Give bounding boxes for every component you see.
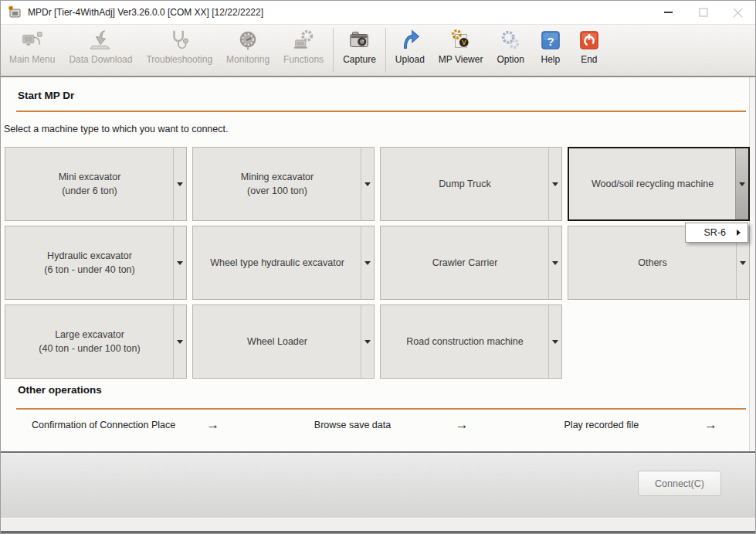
svg-text:?: ?: [547, 35, 554, 48]
machine-button-label: Mini excavator: [59, 170, 121, 184]
svg-text:V: V: [462, 39, 466, 46]
machine-button-sublabel: (6 ton - under 40 ton): [44, 263, 134, 277]
app-window: MPDr [Tier-4WithAdj] Ver3.26.0.0 [COM XX…: [0, 0, 756, 534]
machine-button-wood-soil-recycling[interactable]: Wood/soil recycling machine: [568, 147, 750, 221]
toolbar-troubleshooting[interactable]: Troubleshooting: [139, 25, 219, 76]
toolbar-label: Troubleshooting: [146, 54, 212, 65]
toolbar-label: Data Download: [69, 54, 132, 65]
machine-button-crawler-carrier[interactable]: Crawler Carrier: [380, 226, 562, 300]
dropdown-arrow-button[interactable]: [548, 226, 561, 299]
dropdown-arrow-button[interactable]: [361, 148, 374, 220]
minimize-icon: [664, 8, 673, 17]
toolbar-upload[interactable]: Upload: [388, 25, 432, 76]
arrow-right-icon: →: [456, 417, 499, 433]
toolbar-capture[interactable]: Capture: [336, 25, 383, 76]
gear-laptop-icon: [291, 28, 316, 53]
machine-button-label: Wheel Loader: [247, 335, 307, 349]
machine-button-dump-truck[interactable]: Dump Truck: [380, 147, 562, 221]
operation-link-label: Browse save data: [249, 420, 455, 430]
accent-divider: [16, 408, 746, 410]
toolbar-option[interactable]: Option: [490, 25, 531, 76]
machine-button-hydraulic-excavator[interactable]: Hydraulic excavator (6 ton - under 40 to…: [5, 226, 187, 300]
maximize-button[interactable]: [686, 1, 720, 24]
window-title: MPDr [Tier-4WithAdj] Ver3.26.0.0 [COM XX…: [28, 7, 651, 18]
dropdown-arrow-button[interactable]: [173, 305, 186, 378]
gauge-icon: [236, 28, 260, 53]
footer-bar: Connect(C): [1, 453, 755, 518]
minimize-button[interactable]: [651, 1, 686, 24]
toolbar-data-download[interactable]: Data Download: [62, 25, 139, 76]
viewer-gear-icon: V: [449, 28, 473, 53]
dropdown-arrow-button[interactable]: [173, 148, 186, 220]
machine-button-mini-excavator[interactable]: Mini excavator (under 6 ton): [5, 147, 187, 221]
upload-arrow-icon: [398, 28, 422, 53]
chevron-down-icon: [552, 340, 558, 344]
chevron-down-icon: [552, 182, 558, 186]
machine-button-wheel-type-hydraulic-excavator[interactable]: Wheel type hydraulic excavator: [192, 226, 375, 300]
dropdown-arrow-button[interactable]: [548, 148, 561, 220]
toolbar-label: Main Menu: [9, 54, 55, 65]
chevron-down-icon: [739, 182, 745, 186]
computer-plug-icon: [20, 28, 45, 53]
dropdown-arrow-button[interactable]: [361, 305, 374, 378]
machine-button-label: Large excavator: [55, 328, 124, 342]
machine-button-road-construction-machine[interactable]: Road construction machine: [380, 304, 562, 379]
machine-button-label: Crawler Carrier: [432, 256, 498, 270]
machine-button-wheel-loader[interactable]: Wheel Loader: [192, 304, 375, 379]
gears-icon: [498, 28, 523, 53]
right-gutter: [749, 77, 755, 451]
toolbar-label: Monitoring: [226, 54, 270, 65]
operation-link-label: Play recorded file: [499, 420, 704, 430]
chevron-down-icon: [364, 182, 371, 186]
machine-button-label: Others: [638, 256, 667, 270]
toolbar-mp-viewer[interactable]: V MP Viewer: [432, 25, 490, 76]
chevron-down-icon: [364, 340, 371, 344]
link-play-recorded-file[interactable]: Play recorded file →: [499, 414, 748, 436]
link-confirmation-of-connection-place[interactable]: Confirmation of Connection Place →: [1, 414, 249, 436]
toolbar-label: Help: [541, 54, 560, 65]
page-title: Start MP Dr: [18, 90, 74, 101]
chevron-down-icon: [740, 261, 746, 265]
machine-button-label: Wheel type hydraulic excavator: [210, 256, 344, 270]
status-bar: [1, 518, 755, 533]
dropdown-arrow-button[interactable]: [173, 226, 186, 299]
accent-divider: [16, 111, 746, 112]
link-browse-save-data[interactable]: Browse save data →: [249, 414, 498, 436]
window-controls: [651, 1, 755, 24]
toolbar-main-menu[interactable]: Main Menu: [2, 25, 62, 76]
stethoscope-icon: [167, 28, 192, 53]
machine-button-sublabel: (under 6 ton): [62, 184, 117, 198]
question-icon: ?: [538, 28, 563, 53]
chevron-down-icon: [552, 261, 558, 265]
machine-button-label: Mining excavator: [241, 170, 314, 184]
close-icon: [733, 8, 743, 18]
toolbar-label: MP Viewer: [439, 54, 483, 65]
camera-icon: [347, 28, 371, 53]
dropdown-arrow-button[interactable]: [548, 305, 561, 378]
dropdown-arrow-button[interactable]: [361, 226, 374, 299]
operation-link-label: Confirmation of Connection Place: [1, 420, 206, 430]
dropdown-arrow-button[interactable]: [735, 148, 748, 219]
toolbar-label: Functions: [283, 54, 324, 65]
other-operations-title: Other operations: [18, 384, 102, 396]
connect-button[interactable]: Connect(C): [638, 471, 721, 496]
toolbar-functions[interactable]: Functions: [276, 25, 331, 76]
app-icon: [7, 5, 22, 20]
machine-button-large-excavator[interactable]: Large excavator (40 ton - under 100 ton): [5, 304, 187, 379]
maximize-icon: [699, 8, 708, 17]
chevron-down-icon: [364, 261, 371, 265]
toolbar-help[interactable]: ? Help: [531, 25, 570, 76]
toolbar-label: Option: [497, 54, 524, 65]
other-operations-row: Confirmation of Connection Place → Brows…: [1, 414, 748, 436]
main-content: Start MP Dr Select a machine type to whi…: [1, 77, 755, 453]
close-button[interactable]: [720, 1, 755, 24]
machine-button-label: Hydraulic excavator: [47, 249, 132, 263]
power-icon: [577, 28, 602, 53]
model-menu-label: SR-6: [704, 227, 726, 238]
machine-button-sublabel: (over 100 ton): [247, 184, 307, 198]
toolbar-separator: [333, 28, 334, 73]
model-menu-item-sr6[interactable]: SR-6: [685, 223, 748, 243]
machine-button-mining-excavator[interactable]: Mining excavator (over 100 ton): [192, 147, 375, 221]
toolbar-monitoring[interactable]: Monitoring: [219, 25, 276, 76]
toolbar-end[interactable]: End: [570, 25, 609, 76]
